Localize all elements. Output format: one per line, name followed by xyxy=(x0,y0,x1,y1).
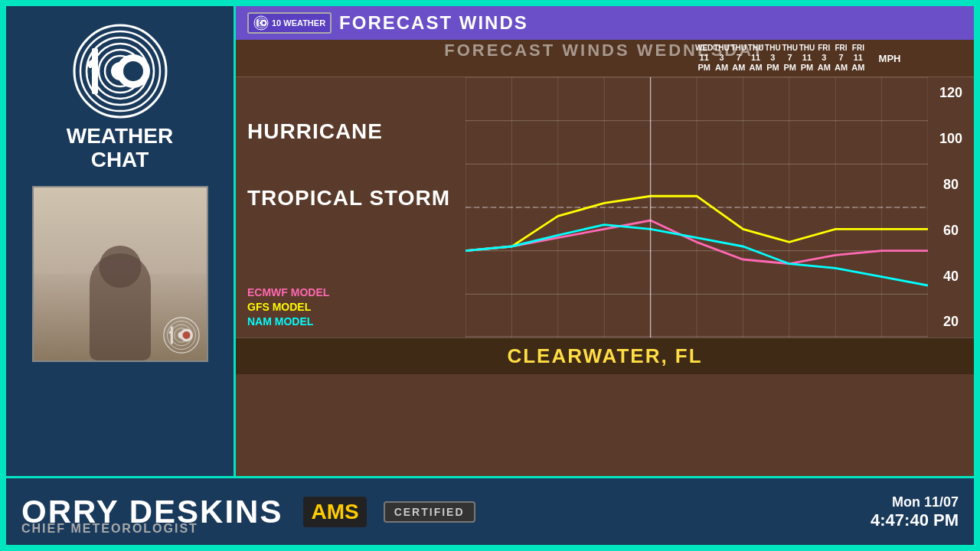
location-text: CLEARWATER, FL xyxy=(507,344,702,367)
logo-area: WEATHER CHAT xyxy=(59,14,181,180)
weather-chat-label: WEATHER CHAT xyxy=(67,125,173,172)
time-col-fri-3am: FRI3 AM xyxy=(815,44,832,73)
bottom-bar: ORRY DESKINS AMS CERTIFIED CHIEF METEORO… xyxy=(6,476,974,545)
y-label-40: 40 xyxy=(943,269,959,285)
time-col-fri-11am: FRI11 AM xyxy=(850,44,867,73)
tropical-storm-label: TROPICAL STORM xyxy=(247,186,450,210)
svg-point-10 xyxy=(123,61,143,81)
time-col-thu-3pm: THU3 PM xyxy=(764,44,781,73)
chart-grid xyxy=(466,77,928,337)
sidebar: WEATHER CHAT xyxy=(6,6,236,476)
date-text: Mon 11/07 xyxy=(871,494,959,510)
main-chart: 10 WEATHER FORECAST WINDS FORECAST WINDS… xyxy=(236,6,974,476)
chart-body: HURRICANE TROPICAL STORM ECMWF MODEL GFS… xyxy=(236,77,974,337)
y-label-20: 20 xyxy=(943,314,959,330)
chart-header: 10 WEATHER FORECAST WINDS xyxy=(236,6,974,40)
ams-badge: AMS xyxy=(303,497,366,527)
y-axis-labels-left: HURRICANE TROPICAL STORM ECMWF MODEL GFS… xyxy=(236,77,466,337)
datetime-display: Mon 11/07 4:47:40 PM xyxy=(871,494,959,530)
svg-rect-16 xyxy=(170,326,172,344)
video-overlay-logo-icon xyxy=(162,316,201,354)
time-col-thu-7am: THU7 AM xyxy=(730,44,747,73)
hurricane-label: HURRICANE xyxy=(247,120,383,144)
presenter-title: CHIEF METEOROLOGIST xyxy=(21,522,198,536)
video-placeholder xyxy=(34,187,207,360)
location-footer: CLEARWATER, FL xyxy=(236,337,974,374)
y-label-120: 120 xyxy=(939,85,962,101)
y-label-60: 60 xyxy=(943,223,959,239)
time-col-wed-11pm: WED11 PM xyxy=(695,44,713,73)
time-col-thu-11am: THU11 AM xyxy=(747,44,764,73)
outer-frame: WEATHER CHAT xyxy=(0,0,980,551)
mph-header: MPH xyxy=(867,53,913,64)
time-text: 4:47:40 PM xyxy=(871,510,959,530)
svg-rect-24 xyxy=(257,19,259,27)
video-feed xyxy=(32,186,208,362)
inner-frame: WEATHER CHAT xyxy=(6,6,974,545)
y-axis-right: 120 100 80 60 40 20 xyxy=(928,77,974,337)
chart-svg xyxy=(466,77,928,337)
content-area: WEATHER CHAT xyxy=(6,6,974,476)
svg-rect-7 xyxy=(92,48,98,94)
certified-badge: CERTIFIED xyxy=(384,501,475,523)
legend-area: ECMWF MODEL GFS MODEL NAM MODEL xyxy=(247,279,454,330)
y-label-100: 100 xyxy=(939,131,962,147)
badge-logo-icon xyxy=(253,15,269,31)
logo-icon xyxy=(70,21,170,121)
legend-nam: NAM MODEL xyxy=(247,315,454,328)
legend-ecmwf: ECMWF MODEL xyxy=(247,286,454,298)
svg-point-19 xyxy=(182,331,190,339)
legend-gfs: GFS MODEL xyxy=(247,301,454,313)
time-columns-header: WED11 PM THU3 AM THU7 AM THU11 AM THU3 P… xyxy=(236,40,974,77)
y-label-80: 80 xyxy=(943,177,959,193)
time-col-thu-7pm: THU7 PM xyxy=(782,44,799,73)
time-col-thu-11pm: THU11 PM xyxy=(799,44,815,73)
svg-point-26 xyxy=(263,21,266,24)
weather-badge: 10 WEATHER xyxy=(247,12,332,34)
time-col-thu-3am: THU3 AM xyxy=(713,44,730,73)
time-col-fri-7am: FRI7 AM xyxy=(832,44,849,73)
chart-title: FORECAST WINDS xyxy=(339,12,528,34)
